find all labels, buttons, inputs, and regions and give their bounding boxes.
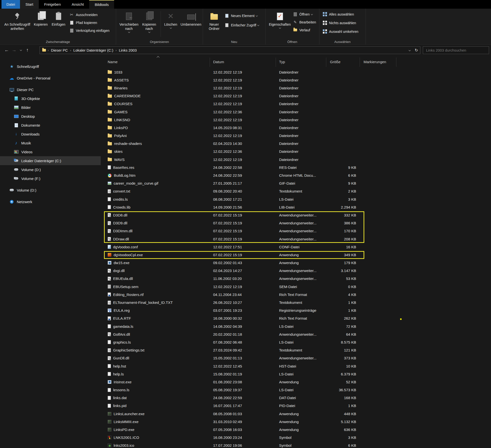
sidebar-item-desktop[interactable]: Desktop bbox=[0, 112, 101, 121]
file-row[interactable]: IrisInst.exe01.08.2002 23:08Anwendung52 … bbox=[104, 378, 491, 386]
rename-button[interactable]: Umbenennen bbox=[179, 10, 203, 36]
forward-button[interactable]: → bbox=[10, 46, 18, 54]
column-divider[interactable] bbox=[360, 58, 360, 67]
sidebar-item-3d-objekte[interactable]: 3D-Objekte bbox=[0, 94, 101, 103]
address-dropdown-button[interactable] bbox=[406, 47, 413, 54]
file-row[interactable]: LinksPD14.05.2023 08:31Dateiordner bbox=[104, 124, 491, 132]
file-row[interactable]: 103312.02.2022 12:19Dateiordner bbox=[104, 68, 491, 76]
file-row[interactable]: reshade-shaders02.04.2023 14:30Dateiordn… bbox=[104, 140, 491, 148]
move-to-button[interactable]: Verschieben nach bbox=[119, 10, 139, 36]
select-none-button[interactable]: Nichts auswählen bbox=[322, 19, 358, 26]
new-item-button[interactable]: Neues Element bbox=[224, 12, 259, 19]
column-header-datum[interactable]: Datum bbox=[213, 56, 224, 68]
paste-shortcut-button[interactable]: Verknüpfung einfügen bbox=[69, 27, 109, 34]
sidebar-item-volume-d-[interactable]: Volume (D:) bbox=[0, 165, 101, 174]
column-header-groesse[interactable]: Größe bbox=[330, 56, 341, 68]
copy-path-button[interactable]: Pfad kopieren bbox=[69, 19, 109, 26]
file-row[interactable]: GunDll.dll15.05.2002 01:13Anwendungserwe… bbox=[104, 354, 491, 362]
sidebar-item-volume-d-[interactable]: Volume (D:) bbox=[0, 186, 101, 195]
file-row[interactable]: D3D9.dll07.02.2022 15:19Anwendungserweit… bbox=[104, 219, 491, 227]
sidebar-item-onedrive-personal[interactable]: OneDrive - Personal bbox=[0, 74, 101, 82]
new-folder-button[interactable]: Neuer Ordner bbox=[205, 10, 223, 36]
copy-button[interactable]: Kopieren bbox=[32, 10, 50, 36]
file-row[interactable]: PolyAni12.02.2022 12:19Dateiordner bbox=[104, 132, 491, 140]
file-row[interactable]: links.dat24.08.2002 22:59DAT-Datei168 KB bbox=[104, 394, 491, 402]
file-row[interactable]: GolfAni.dll20.02.2002 01:18Anwendungserw… bbox=[104, 330, 491, 338]
column-header-markierungen[interactable]: Markierungen bbox=[364, 56, 386, 68]
back-button[interactable]: ← bbox=[3, 46, 10, 54]
column-divider[interactable] bbox=[326, 58, 326, 67]
file-row[interactable]: LINKSND12.02.2022 12:19Dateiordner bbox=[104, 116, 491, 124]
up-button[interactable]: ↑ bbox=[24, 46, 31, 54]
search-input[interactable] bbox=[423, 48, 489, 52]
paste-button[interactable]: Einfügen bbox=[50, 10, 67, 36]
file-row[interactable]: D3D8.dll07.02.2022 15:19Anwendungserweit… bbox=[104, 211, 491, 219]
sidebar-item-netzwerk[interactable]: Netzwerk bbox=[0, 197, 101, 206]
copy-to-button[interactable]: Kopieren nach bbox=[139, 10, 159, 36]
file-row[interactable]: BuildLog.htm24.08.2002 22:59Chrome HTML … bbox=[104, 171, 491, 179]
file-row[interactable]: Binaries12.02.2022 12:19Dateiordner bbox=[104, 84, 491, 92]
sidebar-item-musik[interactable]: Musik bbox=[0, 138, 101, 147]
sidebar-item-bilder[interactable]: Bilder bbox=[0, 103, 101, 112]
sidebar-item-lokaler-datentr-ger-c-[interactable]: Lokaler Datenträger (C:) bbox=[0, 156, 101, 165]
file-row[interactable]: WAVS12.02.2022 12:19Dateiordner bbox=[104, 156, 491, 163]
file-row[interactable]: ELTournament-Final_locked_ID.TXT26.08.20… bbox=[104, 298, 491, 306]
file-row[interactable]: COURSES12.02.2022 12:19Dateiordner bbox=[104, 100, 491, 108]
tab-freigeben[interactable]: Freigeben bbox=[39, 0, 66, 9]
sidebar-item-dokumente[interactable]: Dokumente bbox=[0, 121, 101, 130]
file-row[interactable]: dgVoodoo.conf12.02.2022 17:51CONF-Datei1… bbox=[104, 243, 491, 251]
file-row[interactable]: DDraw.dll07.02.2022 15:19Anwendungserwei… bbox=[104, 235, 491, 243]
file-row[interactable]: BaseRes.res24.08.2002 22:58RES-Datei9 KB bbox=[104, 163, 491, 171]
breadcrumb-lokaler-datentraeger[interactable]: Lokaler Datenträger (C:) bbox=[72, 48, 115, 52]
history-button[interactable]: Verlauf bbox=[293, 26, 316, 34]
file-row[interactable]: lessons.ls05.08.2002 19:37LS-Datei36.573… bbox=[104, 386, 491, 394]
column-header-typ[interactable]: Typ bbox=[279, 56, 285, 68]
sidebar-item-volume-f-[interactable]: Volume (F:) bbox=[0, 174, 101, 183]
recent-locations-button[interactable] bbox=[18, 46, 24, 54]
tab-ansicht[interactable]: Ansicht bbox=[66, 0, 89, 9]
breadcrumb-links-2003[interactable]: Links 2003 bbox=[117, 48, 138, 52]
file-row[interactable]: Editing_Rosters.rtf04.11.2004 23:44Rich … bbox=[104, 291, 491, 298]
open-button[interactable]: Öffnen bbox=[293, 11, 316, 18]
file-row[interactable]: help.hst12.02.2022 12:45HST-Datei10 KB bbox=[104, 362, 491, 370]
sidebar-item-videos[interactable]: Videos bbox=[0, 147, 101, 156]
file-row[interactable]: ASSETS12.02.2022 12:19Dateiordner bbox=[104, 76, 491, 84]
tab-datei[interactable]: Datei bbox=[1, 0, 20, 9]
file-row[interactable]: D3DImm.dll07.02.2022 15:19Anwendungserwe… bbox=[104, 227, 491, 235]
column-divider[interactable] bbox=[396, 58, 396, 67]
file-row[interactable]: LinksPD.exe07.05.2008 16:03Anwendung636 … bbox=[104, 426, 491, 433]
file-row[interactable]: gamedata.ls14.08.2002 04:39LS-Datei72 KB bbox=[104, 322, 491, 330]
properties-button[interactable]: Eigenschaften bbox=[267, 10, 292, 36]
file-row[interactable]: graphics.ls07.08.2002 06:48LS-Datei8.575… bbox=[104, 338, 491, 346]
edit-button[interactable]: ✎ Bearbeiten bbox=[293, 19, 316, 26]
file-row[interactable]: CAREERMODE12.02.2022 12:19Dateiordner bbox=[104, 92, 491, 100]
file-row[interactable]: credits.ls08.08.2002 17:21LS-Datei3 KB bbox=[104, 195, 491, 203]
tab-start[interactable]: Start bbox=[20, 0, 39, 9]
easy-access-button[interactable]: Einfacher Zugriff bbox=[224, 21, 259, 29]
file-row[interactable]: dw15.exe09.02.2002 01:43Anwendung179 KB bbox=[104, 259, 491, 267]
select-all-button[interactable]: Alles auswählen bbox=[322, 11, 358, 18]
file-row[interactable]: LinksMMIII.exe31.03.2010 02:49Anwendung5… bbox=[104, 418, 491, 426]
sidebar-item-dieser-pc[interactable]: Dieser PC bbox=[0, 85, 101, 94]
breadcrumb-dieser-pc[interactable]: Dieser PC bbox=[49, 48, 69, 52]
file-row[interactable]: dxgi.dll02.04.2023 14:27Anwendungserweit… bbox=[104, 267, 491, 275]
sidebar-item-downloads[interactable]: Downloads bbox=[0, 130, 101, 138]
file-row[interactable]: skies12.02.2022 12:36Dateiordner bbox=[104, 148, 491, 156]
file-row[interactable]: dgVoodooCpl.exe07.02.2022 15:19Anwendung… bbox=[104, 251, 491, 259]
file-row[interactable]: EBUSetup.sem12.02.2022 12:19SEM-Datei0 K… bbox=[104, 283, 491, 291]
file-row[interactable]: Crowds.lib14.09.2000 21:56LIB-Datei2.294… bbox=[104, 203, 491, 211]
file-row[interactable]: links.pid16.07.2001 17:47PID-Datei1 KB bbox=[104, 402, 491, 410]
invert-selection-button[interactable]: Auswahl umkehren bbox=[322, 28, 358, 35]
tab-bildtools[interactable]: Bildtools bbox=[89, 0, 114, 9]
delete-button[interactable]: ✕ Löschen bbox=[162, 10, 179, 36]
file-row[interactable]: GAMES12.02.2022 12:36Dateiordner bbox=[104, 108, 491, 116]
sidebar-item-schnellzugriff[interactable]: Schnellzugriff bbox=[0, 62, 101, 71]
file-row[interactable]: EULA.reg03.07.2001 19:23Registrierungsei… bbox=[104, 307, 491, 314]
file-row[interactable]: LinksLauncher.exe08.05.2008 01:03Anwendu… bbox=[104, 410, 491, 418]
file-row[interactable]: EULA.RTF16.08.2000 00:32Rich Text Format… bbox=[104, 314, 491, 322]
file-row[interactable]: convert.txt09.08.2002 20:40Textdokument2… bbox=[104, 187, 491, 195]
address-bar[interactable]: › Dieser PC › Lokaler Datenträger (C:) ›… bbox=[40, 46, 420, 54]
file-row[interactable]: career_mode_sin_curve.gif27.01.2005 21:1… bbox=[104, 179, 491, 187]
file-row[interactable]: help.ls15.08.2002 01:19LS-Datei6.379 KB bbox=[104, 370, 491, 378]
column-divider[interactable] bbox=[276, 58, 276, 67]
